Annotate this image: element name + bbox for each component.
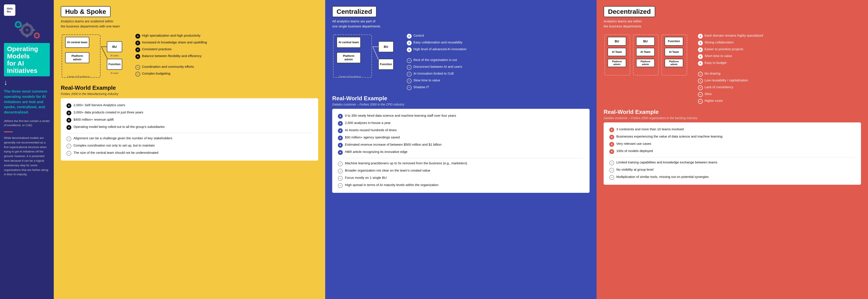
dec-pros-3: + Easier to prioritize projects [698,47,861,52]
cen-rw-plus-5: + [338,143,343,147]
rw-minus-icon-2: − [66,144,71,148]
dec-cons-3: − Lack of consistency [698,85,861,90]
decentralized-rw-box: + 3 continents and more than 10 teams in… [603,123,861,185]
ai-users-2-label: AI users [108,72,120,74]
cen-rw-minus-2: − [338,169,343,173]
dec-rw-plus-1: + [609,128,614,132]
ai-central-team-box: AI central team [65,37,89,48]
cons-item-1: − Coordination and community efforts [135,65,318,70]
cen-minus-1: − [407,58,412,63]
gears-icon [13,20,41,40]
decentralized-rw-title: Real-World Example [603,108,861,115]
cen-cons-5: − Shadow IT [407,85,590,90]
logo-box: data iku [4,4,16,16]
dec-rw-minus-3: − [609,175,614,180]
svg-rect-5 [19,29,22,31]
decentralized-pros-cons: + Each domain remains highly specialized… [698,34,861,104]
cen-plus-1: + [407,34,412,39]
title-box: Operating Models for AI Initiatives [4,43,50,76]
hub-spoke-title: Hub & Spoke [61,6,111,17]
decentralized-rw-section: Real-World Example Dataiku customer – Fo… [603,108,861,293]
cen-rw-minus-1: − [338,162,343,166]
sidebar-subtitle: The three most common operating models f… [4,89,50,115]
dec-plus-1: + [698,34,703,39]
rw-plus-icon-2: + [66,110,71,115]
rw-minus-icon-3: − [66,151,71,156]
svg-rect-6 [32,29,35,31]
dec-rw-minus-2: − [609,168,614,173]
decentralized-header: Decentralized Analytics teams are within… [603,6,861,29]
rw-plus-icon-4: + [66,125,71,130]
cen-rw-plus-2: + [338,121,343,126]
cen-minus-4: − [407,78,412,84]
dec-rw-minus-1: − [609,161,614,165]
coe-label: Center of Excellence [67,75,90,78]
svg-point-12 [36,35,37,36]
cen-cons-1: − Rest of the organisation is out [407,58,590,63]
hub-spoke-subtitle: Analytics teams are scattered within the… [61,19,140,29]
cen-minus-2: − [407,65,412,70]
svg-point-2 [26,29,28,31]
centralized-subtitle: All analytics teams are part of one sing… [332,19,411,29]
logo-text-iku: iku [7,10,13,13]
centralized-diagram: AI central team Platform admin Center of… [332,34,400,79]
down-arrow-icon: ↓ [4,78,50,87]
cen-rw-pros-1: + 0 to 350 newly hired data science and … [338,113,584,119]
bu-box: BU [107,41,122,52]
cen-rw-pros-2: + 2,500 analyses in-house a year [338,121,584,126]
dec-rw-pros-3: + Very relevant use cases [609,142,855,147]
dec-plus-2: + [698,41,703,45]
decentralized-diagram: BU AI Team Platform admin BU AI Team Pla… [603,34,691,77]
dec-minus-2: − [698,78,703,84]
pros-item-3: + Consistent practices [135,47,318,52]
dec-rw-pros-2: + Businesses experiencing the value of d… [609,134,855,139]
dec-minus-5: − [698,99,703,104]
cen-rw-cons-4: − High spread in terms of AI maturity le… [338,183,584,188]
logo-area: data iku [4,4,50,16]
rw-minus-icon-1: − [66,136,71,141]
dec-rw-cons-2: − No visibility at group level [609,168,855,173]
centralized-coe-label: Center of Excellence [339,75,361,78]
cen-rw-plus-4: + [338,136,343,140]
cen-rw-pros-3: + AI Assets reused hundreds of times [338,128,584,133]
page-title-line1: Operating Models [7,45,47,60]
dec-rw-plus-3: + [609,142,614,147]
rw-pros-3: + $400 million+ revenue uplift [66,118,312,123]
dec-minus-4: − [698,92,703,97]
centralized-title: Centralized [332,6,376,17]
centralized-rw-subtitle: Dataiku customer – Forbes 2000 in the CP… [332,103,590,106]
cen-pros-3: + High level of advanced AI innovation [407,47,590,52]
hub-spoke-rw-section: Real-World Example Forbes 2000 in the Ma… [61,85,318,293]
centralized-platform-box: Platform admin [337,52,361,63]
dec-ai-team2-box: AI Team [636,48,655,56]
dec-platform1-box: Platform admin [608,59,626,67]
ai-users-1-label: AI users [108,55,120,57]
dec-plus-4: + [698,54,703,59]
cen-rw-minus-4: − [338,183,343,188]
cen-cons-2: − Disconnect between AI and users [407,65,590,70]
dec-plus-5: + [698,61,703,66]
rw-cons-1: − Alignment can be a challenge given the… [66,136,312,141]
cen-pros-2: + Easy collaboration and reusability [407,40,590,45]
dec-cons-1: − No sharing [698,71,861,76]
rw-plus-icon-1: + [66,103,71,108]
cen-minus-3: − [407,72,412,76]
dec-pros-1: + Each domain remains highly specialized [698,34,861,39]
cen-minus-5: − [407,85,412,90]
decentralized-rw-subtitle: Dataiku customer – Forbes 2000 organizat… [603,116,861,120]
plus-icon-4: + [135,54,140,59]
plus-icon-1: + [135,34,140,39]
dec-rw-pros-4: + 100s of models deployed [609,149,855,154]
dec-cons-5: − Higher costs [698,99,861,104]
rw-pros-1: + 2,000+ Self-Service Analytics users [66,103,312,108]
dec-ai-team1-box: AI Team [608,48,626,56]
dec-ai-team3-box: AI Team [664,48,683,56]
cen-rw-minus-3: − [338,176,343,181]
cons-item-2: − Complex budgeting [135,71,318,76]
dec-bu2-box: BU [636,37,655,46]
cen-rw-cons-1: − Machine learning practitioners up to 5… [338,161,584,166]
dec-rw-cons-1: − Limited training capabilities and know… [609,160,855,165]
dec-minus-3: − [698,85,703,90]
dec-rw-pros-1: + 3 continents and more than 10 teams in… [609,127,855,132]
svg-rect-3 [26,22,28,25]
